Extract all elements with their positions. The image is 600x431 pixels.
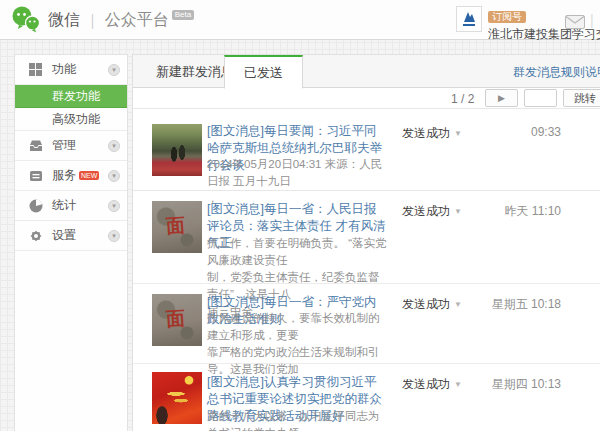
inbox-icon [28,138,43,153]
new-badge: NEW [79,171,99,180]
page-jump-button[interactable]: 跳转 [563,89,600,107]
sidebar-item-advanced-features[interactable]: 高级功能 [15,108,127,131]
brand-separator: ｜ [85,11,100,30]
pagination-bar: 1 / 2 ▶ 跳转 [133,88,600,109]
account-type-badge: 订阅号 [488,11,526,23]
message-time: 昨天 11:10 [473,203,561,220]
message-row: 面 [图文消息]每日一省：人民日报评论员：落实主体责任 才有风清气正 抓工作，首… [133,191,600,284]
dropdown-arrow-icon: ▼ [454,129,462,138]
header-divider: | [590,12,594,28]
next-page-button[interactable]: ▶ [485,89,518,107]
sidebar-label: 群发功能 [52,88,100,105]
message-thumbnail[interactable]: 面 [152,201,202,253]
brand: 微信 ｜ 公众平台 Beta [11,6,194,34]
dropdown-arrow-icon: ▼ [454,207,462,216]
wechat-mp-admin: 微信 ｜ 公众平台 Beta 订阅号 淮北市建投集团学习交流平台 | [0,0,600,431]
sidebar-item-services[interactable]: 服务 NEW ▾ [15,161,127,191]
grid-icon [28,62,43,77]
chevron-down-icon: ▾ [108,230,120,242]
send-status-dropdown[interactable]: 发送成功▼ [402,125,462,142]
chevron-down-icon: ▾ [108,170,120,182]
chevron-down-icon: ▾ [108,140,120,152]
avatar-logo-icon [459,9,479,29]
gear-icon [28,228,43,243]
sidebar-item-management[interactable]: 管理 ▾ [15,131,127,161]
sidebar-item-mass-messaging[interactable]: 群发功能 [15,85,127,108]
page-jump-input[interactable] [524,89,557,107]
sidebar-label: 统计 [52,197,76,214]
message-time: 星期五 10:18 [473,296,561,313]
sidebar-label: 管理 [52,137,76,154]
brand-weixin: 微信 [48,10,80,31]
tab-sent[interactable]: 已发送 [224,55,303,89]
thumbnail-glyph: 面 [165,305,186,332]
message-time: 09:33 [473,125,561,139]
page-indicator: 1 / 2 [451,92,474,106]
message-row: [图文消息]每日要闻：习近平同哈萨克斯坦总统纳扎尔巴耶夫举行会谈 2014年05… [133,109,600,191]
message-row: 面 [图文消息]每日一省：严守党内政治生活准则 作风建设的持久，要靠长效机制的建… [133,284,600,364]
sidebar-label: 功能 [52,61,76,78]
sidebar-item-statistics[interactable]: 统计 ▾ [15,191,127,221]
pie-chart-icon [28,198,43,213]
tab-bar: 新建群发消息 已发送 群发消息规则说明 [133,55,600,88]
sidebar-label: 设置 [52,227,76,244]
sidebar-label: 高级功能 [52,111,100,128]
wechat-logo-icon [11,6,41,34]
sidebar-label: 服务 [52,167,76,184]
chevron-down-icon: ▾ [108,64,120,76]
chevron-down-icon: ▾ [108,200,120,212]
dropdown-arrow-icon: ▼ [454,300,462,309]
message-thumbnail[interactable] [152,372,202,424]
drawer-icon [28,168,43,183]
main-panel: 新建群发消息 已发送 群发消息规则说明 1 / 2 ▶ 跳转 [图文消息]每日要… [132,54,600,431]
dropdown-arrow-icon: ▼ [454,380,462,389]
sidebar: 功能 ▾ 群发功能 高级功能 管理 ▾ 服务 NEW ▾ [14,54,128,431]
thumbnail-glyph: 面 [165,212,186,239]
send-status-dropdown[interactable]: 发送成功▼ [402,203,462,220]
send-status-dropdown[interactable]: 发送成功▼ [402,296,462,313]
sidebar-item-features[interactable]: 功能 ▾ [15,55,127,85]
mail-icon[interactable] [565,15,585,29]
account-avatar [456,6,482,32]
message-snippet: 党的十八大以来，以习近平同志为总书记的党中央领 导全党深入开展以为民务实清廉为主… [207,408,389,431]
sidebar-item-settings[interactable]: 设置 ▾ [15,221,127,251]
broadcast-rules-link[interactable]: 群发消息规则说明 [513,64,600,81]
message-time: 星期四 10:13 [473,376,561,393]
top-header: 微信 ｜ 公众平台 Beta 订阅号 淮北市建投集团学习交流平台 | [0,0,600,40]
message-thumbnail[interactable] [152,124,202,176]
send-status-dropdown[interactable]: 发送成功▼ [402,376,462,393]
message-row: [图文消息]认真学习贯彻习近平总书记重要论述切实把党的群众路线教育实践活动开展好… [133,364,600,431]
brand-platform: 公众平台 [105,10,169,31]
message-thumbnail[interactable]: 面 [152,294,202,346]
beta-badge: Beta [172,10,194,20]
